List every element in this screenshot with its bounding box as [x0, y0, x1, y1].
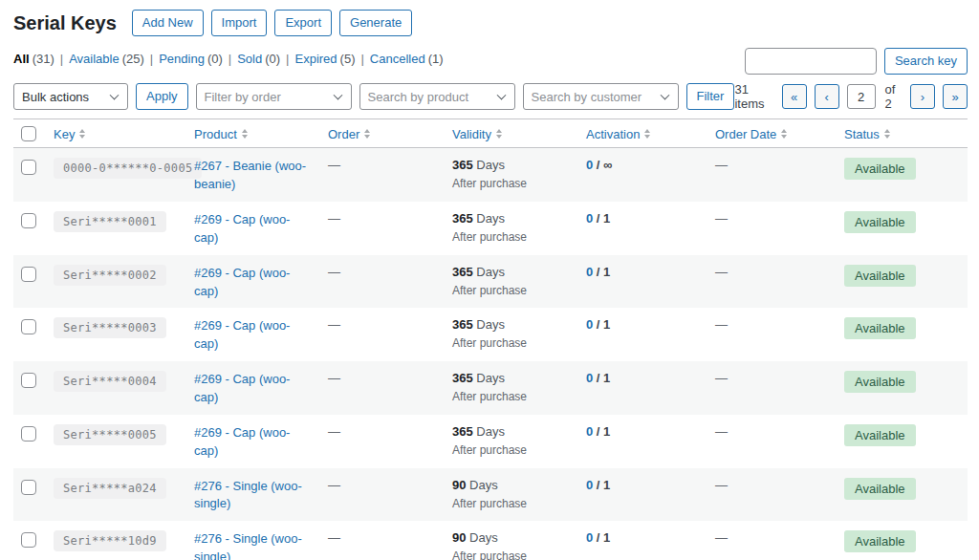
- page-header: Serial Keys Add New Import Export Genera…: [13, 10, 968, 36]
- validity-unit: Days: [476, 317, 505, 332]
- activation-cell: 0 / 1: [580, 308, 709, 339]
- filter-button[interactable]: Filter: [686, 83, 735, 110]
- add-new-button[interactable]: Add New: [132, 10, 204, 36]
- sort-status[interactable]: Status: [844, 127, 890, 141]
- activation-limit: / 1: [593, 265, 610, 279]
- product-link[interactable]: #276 - Single (woo-single): [194, 530, 315, 560]
- sort-icon: [79, 129, 85, 139]
- last-page-button[interactable]: »: [943, 84, 968, 109]
- search-input[interactable]: [745, 48, 877, 75]
- sort-validity[interactable]: Validity: [452, 127, 502, 141]
- validity-unit: Days: [476, 424, 505, 439]
- separator: |: [150, 52, 153, 66]
- bulk-actions-select[interactable]: Bulk actions: [13, 83, 128, 110]
- product-link[interactable]: #269 - Cap (woo-cap): [194, 371, 315, 407]
- import-button[interactable]: Import: [211, 10, 268, 36]
- validity-unit: Days: [469, 530, 498, 545]
- sort-icon: [364, 129, 370, 139]
- product-link[interactable]: #276 - Single (woo-single): [194, 478, 315, 514]
- select-all-checkbox[interactable]: [21, 126, 36, 141]
- sort-key[interactable]: Key: [54, 127, 85, 141]
- serial-key-value: Seri*****10d9: [54, 530, 166, 551]
- search-by-product-select[interactable]: Search by product: [359, 83, 515, 110]
- filter-all[interactable]: All(31): [13, 52, 54, 66]
- generate-button[interactable]: Generate: [339, 10, 412, 36]
- sort-product[interactable]: Product: [194, 127, 248, 141]
- product-link[interactable]: #269 - Cap (woo-cap): [194, 211, 315, 248]
- separator: |: [360, 52, 363, 66]
- validity-days: 365: [452, 211, 473, 226]
- validity-cell: 365 Days After purchase: [446, 202, 580, 251]
- order-date-value: —: [709, 148, 838, 180]
- row-checkbox[interactable]: [21, 480, 36, 495]
- sort-activation[interactable]: Activation: [586, 127, 650, 141]
- apply-button[interactable]: Apply: [136, 83, 188, 110]
- serial-key-value: 0000-0******0-0005: [54, 158, 202, 179]
- validity-note: After purchase: [452, 390, 573, 403]
- sort-order[interactable]: Order: [328, 127, 370, 141]
- activation-cell: 0 / ∞: [580, 148, 709, 180]
- order-date-value: —: [709, 255, 838, 287]
- validity-cell: 365 Days After purchase: [446, 308, 580, 357]
- next-page-button[interactable]: ›: [910, 84, 935, 109]
- status-badge: Available: [844, 211, 916, 233]
- filter-available[interactable]: Available(25): [69, 52, 144, 66]
- validity-note: After purchase: [452, 497, 573, 510]
- search-by-customer-select-wrap: Search by customer: [523, 83, 679, 110]
- row-checkbox[interactable]: [21, 319, 36, 334]
- current-page-input[interactable]: [847, 84, 876, 109]
- serial-key-value: Seri*****0005: [54, 424, 166, 445]
- prev-page-button[interactable]: ‹: [815, 84, 839, 109]
- filter-sold[interactable]: Sold(0): [237, 52, 280, 66]
- status-filter-list: All(31)|Available(25)|Pending(0)|Sold(0)…: [13, 48, 444, 66]
- product-link[interactable]: #267 - Beanie (woo-beanie): [194, 158, 315, 194]
- row-checkbox[interactable]: [21, 426, 36, 442]
- product-link[interactable]: #269 - Cap (woo-cap): [194, 317, 315, 354]
- sort-order-date[interactable]: Order Date: [715, 127, 787, 141]
- first-page-button[interactable]: «: [782, 84, 807, 109]
- serial-key-value: Seri*****0002: [54, 265, 166, 286]
- items-count: 31 items: [734, 82, 770, 111]
- validity-days: 365: [452, 158, 473, 172]
- product-link[interactable]: #269 - Cap (woo-cap): [194, 424, 315, 461]
- filter-pending[interactable]: Pending(0): [159, 52, 223, 66]
- row-checkbox[interactable]: [21, 532, 36, 548]
- serial-key-value: Seri*****0001: [54, 211, 166, 232]
- activation-cell: 0 / 1: [580, 361, 709, 393]
- search-key-button[interactable]: Search key: [884, 48, 968, 75]
- validity-note: After purchase: [452, 230, 573, 244]
- validity-cell: 365 Days After purchase: [446, 415, 580, 464]
- validity-note: After purchase: [452, 443, 573, 457]
- table-row: Seri*****a024 #276 - Single (woo-single)…: [13, 468, 968, 522]
- activation-cell: 0 / 1: [580, 468, 709, 500]
- status-badge: Available: [844, 317, 916, 339]
- filter-search-row: All(31)|Available(25)|Pending(0)|Sold(0)…: [13, 48, 968, 75]
- row-checkbox[interactable]: [21, 160, 36, 175]
- sort-icon: [644, 129, 650, 139]
- activation-cell: 0 / 1: [580, 521, 709, 552]
- table-header: Key Product Order Validity Activation Or…: [13, 119, 968, 148]
- serial-key-value: Seri*****0003: [54, 317, 166, 338]
- order-value: —: [322, 415, 446, 446]
- serial-keys-table: Key Product Order Validity Activation Or…: [13, 118, 968, 560]
- order-date-value: —: [709, 202, 838, 233]
- row-checkbox[interactable]: [21, 213, 36, 228]
- order-value: —: [322, 255, 446, 287]
- search-by-product-select-wrap: Search by product: [359, 83, 515, 110]
- serial-key-value: Seri*****0004: [54, 371, 166, 392]
- validity-note: After purchase: [452, 549, 573, 560]
- validity-cell: 365 Days After purchase: [446, 255, 580, 305]
- row-checkbox[interactable]: [21, 373, 36, 388]
- row-checkbox[interactable]: [21, 267, 36, 282]
- filter-expired[interactable]: Expired(5): [295, 52, 356, 66]
- table-row: Seri*****0004 #269 - Cap (woo-cap) — 365…: [13, 361, 968, 415]
- filter-cancelled[interactable]: Cancelled(1): [370, 52, 444, 66]
- order-value: —: [322, 308, 446, 339]
- table-body: 0000-0******0-0005 #267 - Beanie (woo-be…: [13, 148, 968, 560]
- search-by-customer-select[interactable]: Search by customer: [523, 83, 679, 110]
- export-button[interactable]: Export: [274, 10, 332, 36]
- filter-by-order-select[interactable]: Filter by order: [196, 83, 352, 110]
- separator: |: [60, 52, 63, 66]
- filter-by-order-select-wrap: Filter by order: [196, 83, 352, 110]
- product-link[interactable]: #269 - Cap (woo-cap): [194, 265, 315, 301]
